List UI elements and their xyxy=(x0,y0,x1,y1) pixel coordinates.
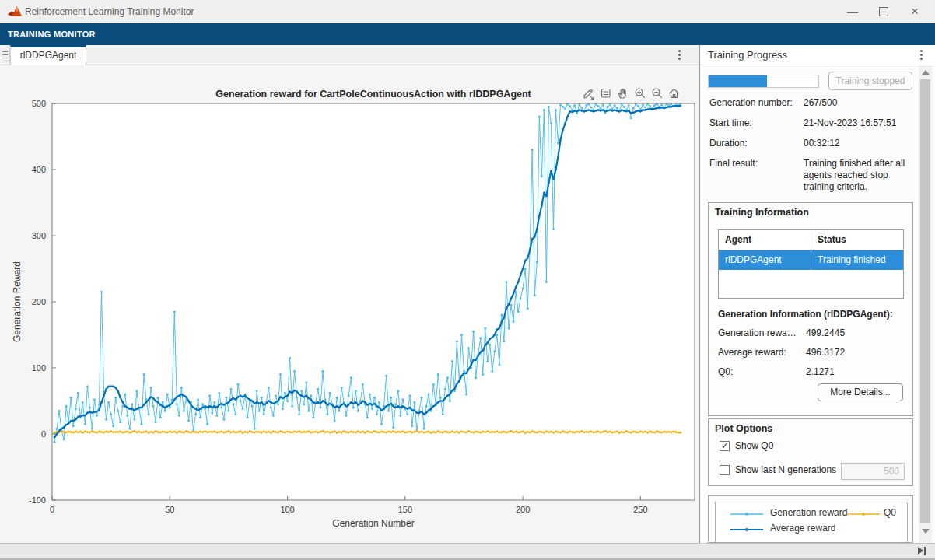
average-reward-line-sample xyxy=(730,526,764,534)
plot-options-section: Plot Options ✓ Show Q0 Show last N gener… xyxy=(708,418,913,486)
show-q0-label: Show Q0 xyxy=(735,440,773,451)
plot-options-title: Plot Options xyxy=(715,423,772,434)
legend-generation-reward: Generation reward xyxy=(770,507,847,518)
start-time-label: Start time: xyxy=(709,117,752,128)
chart-panel: 050100150200250-1000100200300400500Gener… xyxy=(0,65,699,543)
show-last-n-checkbox[interactable] xyxy=(720,465,730,475)
q0-line-sample xyxy=(846,510,881,518)
training-information-section: Training Information Agent Status rlDDPG… xyxy=(708,202,913,416)
last-n-generations-input[interactable]: 500 xyxy=(841,463,905,480)
final-result-value: Training finished after all agents reach… xyxy=(804,158,914,193)
duration-label: Duration: xyxy=(709,138,748,149)
svg-text:Generation Number: Generation Number xyxy=(332,518,414,529)
minimize-button[interactable]: — xyxy=(837,0,868,23)
matlab-logo-icon xyxy=(8,5,22,18)
scroll-up-icon[interactable] xyxy=(922,70,930,75)
tab-overflow-menu-icon[interactable] xyxy=(678,50,688,62)
export-icon[interactable] xyxy=(581,86,596,100)
close-button[interactable]: × xyxy=(899,0,930,23)
scrollbar-thumb[interactable] xyxy=(920,79,930,523)
agent-cell: rlDDPGAgent xyxy=(719,250,811,270)
training-progress-panel: Training Progress Training stopped Gener… xyxy=(700,45,935,543)
panel-header: Training Progress xyxy=(700,45,935,65)
toolstrip-ribbon: TRAINING MONITOR xyxy=(0,23,935,45)
scroll-right-end-icon[interactable] xyxy=(918,547,929,555)
legend-section: Generation reward Q0 Average reward xyxy=(708,495,913,543)
svg-text:Generation Reward: Generation Reward xyxy=(12,261,23,342)
tab-rlddpgagent[interactable]: rlDDPGAgent xyxy=(10,45,86,65)
table-row[interactable]: rlDDPGAgent Training finished xyxy=(719,250,903,270)
svg-text:200: 200 xyxy=(516,505,530,514)
ribbon-tab-training-monitor[interactable]: TRAINING MONITOR xyxy=(8,23,96,45)
generation-reward-line-sample xyxy=(730,510,764,518)
svg-text:500: 500 xyxy=(32,99,46,108)
training-information-title: Training Information xyxy=(715,207,809,218)
zoom-in-icon[interactable] xyxy=(632,86,647,100)
progress-fill xyxy=(709,75,767,87)
panel-menu-icon[interactable] xyxy=(920,50,930,62)
table-header-row: Agent Status xyxy=(719,230,903,250)
generation-reward-label: Generation rewa… xyxy=(718,327,797,338)
svg-text:50: 50 xyxy=(165,505,174,514)
svg-text:250: 250 xyxy=(633,505,647,514)
reward-chart: 050100150200250-1000100200300400500Gener… xyxy=(0,65,699,543)
svg-text:0: 0 xyxy=(50,505,54,514)
q0-label: Q0: xyxy=(718,366,733,377)
agent-column-header: Agent xyxy=(719,230,811,250)
show-last-n-label: Show last N generations xyxy=(735,464,836,475)
svg-text:-100: -100 xyxy=(29,495,46,505)
legend-average-reward: Average reward xyxy=(770,523,836,534)
training-stopped-button[interactable]: Training stopped xyxy=(828,72,912,90)
svg-text:0: 0 xyxy=(41,429,46,439)
horizontal-scrollbar[interactable] xyxy=(0,543,935,560)
generation-information-title: Generation Information (rlDDPGAgent): xyxy=(718,309,893,320)
generation-reward-value: 499.2445 xyxy=(806,327,845,338)
pan-icon[interactable] xyxy=(615,86,630,100)
document-tab-bar: rlDDPGAgent xyxy=(0,45,699,65)
show-q0-checkbox[interactable]: ✓ xyxy=(720,441,730,451)
chart-legend: Generation reward Q0 Average reward xyxy=(715,502,908,543)
generation-number-value: 267/500 xyxy=(804,97,914,109)
svg-text:300: 300 xyxy=(32,231,46,240)
q0-value: 2.1271 xyxy=(806,366,835,377)
more-details-button[interactable]: More Details... xyxy=(818,383,903,401)
panel-title: Training Progress xyxy=(708,45,787,65)
start-time-value: 21-Nov-2023 16:57:51 xyxy=(804,117,914,129)
agent-status-table: Agent Status rlDDPGAgent Training finish… xyxy=(718,229,904,299)
svg-text:150: 150 xyxy=(398,505,412,514)
zoom-out-icon[interactable] xyxy=(650,86,664,100)
svg-text:100: 100 xyxy=(280,505,294,514)
status-cell: Training finished xyxy=(811,250,903,270)
legend-q0: Q0 xyxy=(884,507,896,518)
data-tips-icon[interactable] xyxy=(598,86,613,100)
panel-scrollbar[interactable] xyxy=(919,65,932,543)
window-title: Reinforcement Learning Training Monitor xyxy=(25,0,194,23)
title-bar: Reinforcement Learning Training Monitor … xyxy=(0,0,935,23)
svg-text:200: 200 xyxy=(32,297,46,306)
tab-drag-handle-icon[interactable] xyxy=(0,45,10,65)
generation-number-label: Generation number: xyxy=(709,97,793,108)
restore-view-home-icon[interactable] xyxy=(667,86,681,100)
app-window: Reinforcement Learning Training Monitor … xyxy=(0,0,935,560)
svg-text:100: 100 xyxy=(32,363,46,373)
table-empty-area xyxy=(719,270,903,298)
average-reward-label: Average reward: xyxy=(718,347,786,358)
scroll-down-icon[interactable] xyxy=(922,529,930,534)
axes-toolbar xyxy=(581,86,681,100)
final-result-label: Final result: xyxy=(709,158,758,169)
training-progress-bar xyxy=(708,75,819,88)
maximize-button[interactable] xyxy=(868,0,899,23)
duration-value: 00:32:12 xyxy=(804,138,914,149)
svg-text:400: 400 xyxy=(32,165,46,174)
status-column-header: Status xyxy=(811,230,903,250)
average-reward-value: 496.3172 xyxy=(806,347,845,358)
